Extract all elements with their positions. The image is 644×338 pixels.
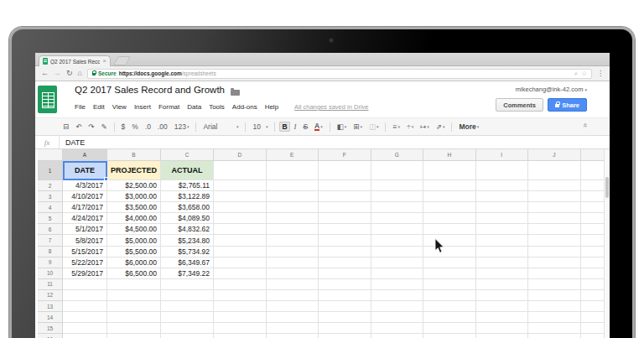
cell-I2[interactable]: [476, 180, 529, 191]
row-header-8[interactable]: 8: [38, 247, 63, 257]
cell-G3[interactable]: [371, 191, 424, 202]
move-folder-icon[interactable]: [231, 90, 240, 96]
more-selector[interactable]: More▾: [456, 122, 481, 133]
cell-G13[interactable]: [371, 301, 424, 312]
cell-E15[interactable]: [267, 323, 319, 334]
cell-C3[interactable]: $3,122.89: [161, 191, 214, 202]
cell-F10[interactable]: [319, 268, 371, 279]
row-header-14[interactable]: 14: [38, 312, 63, 323]
cell-C10[interactable]: $7,349.22: [161, 268, 214, 279]
document-title[interactable]: Q2 2017 Sales Record and Growth: [75, 85, 225, 95]
fill-color-icon[interactable]: ◧▾: [335, 122, 350, 133]
cell-A15[interactable]: [63, 323, 107, 334]
cell-D7[interactable]: [214, 235, 267, 246]
cell-G12[interactable]: [371, 290, 424, 301]
cell-H14[interactable]: [423, 312, 476, 323]
text-rotation-icon[interactable]: ⇗▾: [434, 122, 448, 133]
cell-F7[interactable]: [319, 235, 371, 246]
borders-icon[interactable]: ⊞▾: [351, 122, 365, 133]
cell-H11[interactable]: [423, 279, 476, 290]
cell-B5[interactable]: $4,000.00: [107, 213, 161, 224]
cell-A3[interactable]: 4/10/2017: [63, 191, 107, 202]
cell-J4[interactable]: [528, 202, 581, 213]
sheets-logo-icon[interactable]: [38, 86, 57, 113]
cell-F13[interactable]: [319, 301, 371, 312]
cell-B10[interactable]: $6,500.00: [107, 268, 161, 279]
print-icon[interactable]: ⊟: [60, 122, 71, 133]
column-header-J[interactable]: J: [528, 149, 581, 161]
address-bar[interactable]: Secure https://docs.google.com/spreadshe…: [87, 69, 592, 79]
cell-I16[interactable]: [476, 334, 529, 338]
cell-I9[interactable]: [476, 257, 529, 268]
cell-H8[interactable]: [423, 247, 476, 257]
cell-E9[interactable]: [267, 257, 319, 268]
cell-B7[interactable]: $5,000.00: [107, 235, 161, 246]
cell-F3[interactable]: [319, 191, 371, 202]
home-icon[interactable]: ⌂: [78, 70, 82, 77]
cell-G8[interactable]: [371, 247, 424, 257]
cell-G16[interactable]: [371, 334, 424, 338]
cell-H2[interactable]: [423, 180, 476, 191]
cell-D15[interactable]: [214, 323, 267, 334]
cell-C9[interactable]: $6,349.67: [161, 257, 214, 268]
menu-data[interactable]: Data: [187, 103, 201, 111]
cell-D12[interactable]: [214, 290, 267, 301]
cell-J8[interactable]: [528, 247, 581, 257]
cell-A1[interactable]: DATE: [63, 161, 107, 180]
cell-C14[interactable]: [161, 312, 214, 323]
font-size-selector[interactable]: 10▾: [250, 122, 270, 133]
menu-help[interactable]: Help: [265, 103, 278, 111]
menu-add-ons[interactable]: Add-ons: [232, 103, 257, 111]
cell-A2[interactable]: 4/3/2017: [63, 180, 107, 191]
cell-G9[interactable]: [371, 257, 424, 268]
vertical-scrollbar[interactable]: [604, 149, 610, 338]
cell-J7[interactable]: [528, 235, 581, 246]
cell-C4[interactable]: $3,658.00: [161, 202, 214, 213]
cell-A11[interactable]: [63, 279, 107, 290]
cell-I11[interactable]: [476, 279, 529, 290]
cell-G1[interactable]: [371, 161, 424, 180]
cell-D6[interactable]: [214, 224, 267, 235]
cell-D8[interactable]: [214, 247, 267, 257]
reload-icon[interactable]: ↻: [66, 70, 73, 77]
cell-G7[interactable]: [371, 235, 424, 246]
menu-view[interactable]: View: [112, 103, 127, 111]
share-button[interactable]: Share: [548, 98, 587, 112]
close-tab-icon[interactable]: ×: [102, 58, 106, 65]
cell-F2[interactable]: [319, 180, 371, 191]
cell-B8[interactable]: $5,500.00: [107, 247, 161, 257]
cell-F4[interactable]: [319, 202, 371, 213]
cell-C6[interactable]: $4,832.62: [161, 224, 214, 235]
paint-format-icon[interactable]: ✎: [98, 122, 109, 133]
star-icon[interactable]: ☆: [216, 86, 223, 95]
browser-menu-icon[interactable]: ⋮: [597, 70, 604, 77]
cell-E13[interactable]: [267, 301, 319, 312]
cell-H6[interactable]: [423, 224, 476, 235]
column-header-A[interactable]: A: [63, 149, 107, 161]
menu-tools[interactable]: Tools: [209, 103, 225, 111]
cell-H5[interactable]: [423, 213, 476, 224]
cell-J12[interactable]: [528, 290, 581, 301]
cell-I10[interactable]: [476, 268, 529, 279]
column-header-D[interactable]: D: [214, 149, 267, 161]
cell-H4[interactable]: [423, 202, 476, 213]
comments-button[interactable]: Comments: [496, 98, 543, 112]
search-icon[interactable]: ⌕: [574, 70, 578, 77]
cell-C2[interactable]: $2,765.11: [161, 180, 214, 191]
undo-icon[interactable]: ↶: [73, 122, 84, 133]
cell-D9[interactable]: [214, 257, 267, 268]
cell-B2[interactable]: $2,500.00: [107, 180, 161, 191]
cell-C16[interactable]: [161, 334, 214, 338]
cell-B16[interactable]: [107, 334, 161, 338]
cell-C12[interactable]: [161, 290, 214, 301]
column-header-E[interactable]: E: [267, 149, 319, 161]
cell-I7[interactable]: [476, 235, 529, 246]
menu-insert[interactable]: Insert: [134, 103, 151, 111]
cell-F15[interactable]: [319, 323, 371, 334]
cell-J9[interactable]: [528, 257, 581, 268]
cell-F6[interactable]: [319, 224, 371, 235]
cell-D3[interactable]: [214, 191, 267, 202]
row-header-6[interactable]: 6: [38, 224, 63, 235]
cell-D14[interactable]: [214, 312, 267, 323]
cell-I3[interactable]: [476, 191, 529, 202]
